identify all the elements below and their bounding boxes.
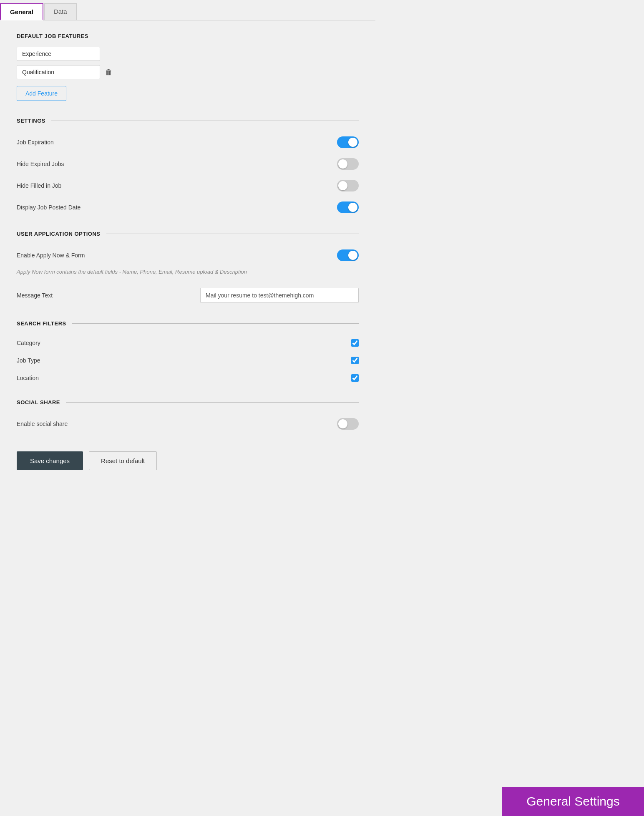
setting-job-expiration: Job Expiration	[17, 131, 359, 153]
content-area: DEFAULT JOB FEATURES 🗑 Add Feature SETTI…	[0, 20, 375, 487]
apply-now-note: Apply Now form contains the default fiel…	[17, 268, 359, 276]
filter-job-type-label: Job Type	[17, 357, 40, 364]
toggle-job-expiration-slider	[337, 136, 359, 148]
tab-data[interactable]: Data	[44, 3, 77, 20]
section-settings-title: SETTINGS	[17, 118, 45, 124]
toggle-enable-apply-now-slider	[337, 249, 359, 261]
section-default-job-features-header: DEFAULT JOB FEATURES	[17, 33, 359, 39]
save-button[interactable]: Save changes	[17, 451, 83, 470]
toggle-job-expiration[interactable]	[337, 136, 359, 148]
message-text-input[interactable]	[200, 288, 359, 303]
toggle-hide-filled-in-job[interactable]	[337, 180, 359, 191]
section-search-filters-title: SEARCH FILTERS	[17, 320, 66, 327]
section-divider	[66, 402, 359, 403]
toggle-enable-social-share-knob	[338, 419, 347, 428]
toggle-display-job-posted-date-slider	[337, 201, 359, 213]
section-social-share-header: SOCIAL SHARE	[17, 399, 359, 405]
setting-hide-expired-jobs: Hide Expired Jobs	[17, 153, 359, 175]
filter-category-row: Category	[17, 334, 359, 352]
feature-list: 🗑	[17, 47, 359, 79]
toggle-display-job-posted-date[interactable]	[337, 201, 359, 213]
feature-input-2[interactable]	[17, 65, 100, 79]
toggle-hide-filled-in-job-slider	[337, 180, 359, 191]
filter-category-label: Category	[17, 340, 40, 346]
toggle-enable-social-share[interactable]	[337, 418, 359, 430]
section-divider	[94, 36, 359, 36]
section-divider	[51, 121, 359, 121]
toggle-job-expiration-knob	[348, 138, 357, 147]
filter-job-type-row: Job Type	[17, 352, 359, 369]
section-divider	[106, 234, 359, 234]
section-default-job-features-title: DEFAULT JOB FEATURES	[17, 33, 88, 39]
setting-hide-expired-jobs-label: Hide Expired Jobs	[17, 161, 64, 167]
section-divider	[72, 323, 359, 324]
setting-enable-apply-now-label: Enable Apply Now & Form	[17, 252, 85, 259]
toggle-hide-filled-in-job-knob	[338, 181, 347, 190]
tabs-bar: General Data	[0, 0, 375, 20]
filter-location-label: Location	[17, 375, 39, 381]
section-settings-header: SETTINGS	[17, 118, 359, 124]
setting-hide-filled-in-job: Hide Filled in Job	[17, 175, 359, 196]
feature-input-1[interactable]	[17, 47, 100, 61]
toggle-display-job-posted-date-knob	[348, 203, 357, 212]
setting-hide-filled-in-job-label: Hide Filled in Job	[17, 182, 61, 189]
bottom-banner-text: General Settings	[526, 794, 619, 808]
section-search-filters-header: SEARCH FILTERS	[17, 320, 359, 327]
setting-enable-social-share-label: Enable social share	[17, 421, 68, 427]
filter-category-checkbox[interactable]	[351, 339, 359, 347]
section-user-application-options-title: USER APPLICATION OPTIONS	[17, 231, 101, 237]
section-user-application-options-header: USER APPLICATION OPTIONS	[17, 231, 359, 237]
section-social-share-title: SOCIAL SHARE	[17, 399, 60, 405]
message-text-row: Message Text	[17, 283, 359, 308]
delete-feature-icon[interactable]: 🗑	[105, 68, 113, 77]
toggle-enable-apply-now[interactable]	[337, 249, 359, 261]
tab-general[interactable]: General	[0, 3, 43, 20]
bottom-banner: General Settings	[502, 787, 644, 816]
setting-enable-apply-now: Enable Apply Now & Form	[17, 244, 359, 266]
action-buttons: Save changes Reset to default	[17, 451, 359, 470]
filter-location-row: Location	[17, 369, 359, 387]
setting-display-job-posted-date: Display Job Posted Date	[17, 196, 359, 218]
setting-enable-social-share: Enable social share	[17, 413, 359, 435]
toggle-enable-apply-now-knob	[348, 251, 357, 260]
message-text-label: Message Text	[17, 292, 53, 299]
add-feature-button[interactable]: Add Feature	[17, 86, 66, 101]
setting-display-job-posted-date-label: Display Job Posted Date	[17, 204, 80, 211]
page-wrapper: General Data DEFAULT JOB FEATURES 🗑 Add …	[0, 0, 375, 487]
toggle-enable-social-share-slider	[337, 418, 359, 430]
toggle-hide-expired-jobs[interactable]	[337, 158, 359, 170]
toggle-hide-expired-jobs-slider	[337, 158, 359, 170]
filter-location-checkbox[interactable]	[351, 374, 359, 382]
filter-job-type-checkbox[interactable]	[351, 357, 359, 364]
feature-row-1	[17, 47, 359, 61]
setting-job-expiration-label: Job Expiration	[17, 139, 54, 146]
reset-button[interactable]: Reset to default	[89, 451, 157, 470]
toggle-hide-expired-jobs-knob	[338, 159, 347, 169]
feature-row-2: 🗑	[17, 65, 359, 79]
